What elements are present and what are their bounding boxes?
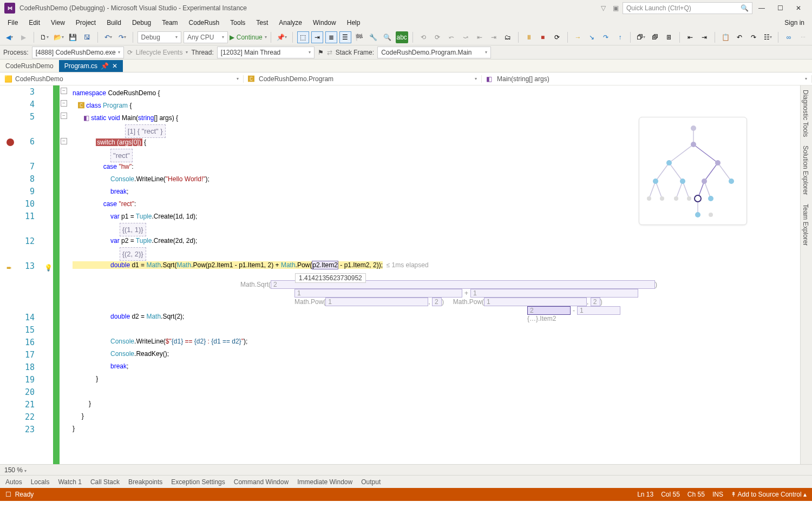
side-diagnostic[interactable]: Diagnostic Tools xyxy=(801,85,810,141)
menu-help[interactable]: Help xyxy=(343,17,365,28)
outline-toggle[interactable]: − xyxy=(61,113,67,119)
lightbulb-icon[interactable]: 💡 xyxy=(44,264,53,272)
tb-icon-15[interactable]: ∞ xyxy=(783,31,795,43)
tb-toggle-2[interactable]: ⇥ xyxy=(311,31,323,43)
sign-in-link[interactable]: Sign in xyxy=(780,17,809,28)
menu-build[interactable]: Build xyxy=(102,17,126,28)
outline-toggle[interactable]: − xyxy=(61,100,67,107)
side-team[interactable]: Team Explorer xyxy=(801,200,810,250)
tb-icon-10[interactable]: ⇥ xyxy=(698,31,710,43)
open-file-button[interactable]: 📂▾ xyxy=(53,31,65,43)
nav-class[interactable]: 🅲CodeRushDemo.Program▾ xyxy=(244,75,482,83)
tab-immediate[interactable]: Immediate Window xyxy=(297,478,352,486)
menu-coderush[interactable]: CodeRush xyxy=(185,17,224,28)
show-next-stmt-button[interactable]: → xyxy=(572,31,584,43)
save-all-button[interactable]: 🖫 xyxy=(81,31,93,43)
tab-breakpoints[interactable]: Breakpoints xyxy=(128,478,162,486)
maximize-button[interactable]: ☐ xyxy=(771,2,789,14)
source-control[interactable]: ↟ Add to Source Control ▴ xyxy=(731,491,807,498)
config-combo[interactable]: Debug▾ xyxy=(137,31,182,43)
flag-icon[interactable]: ⚑ xyxy=(318,49,324,56)
quick-launch-input[interactable]: Quick Launch (Ctrl+Q)🔍 xyxy=(623,2,752,14)
undo-button[interactable]: ↶▾ xyxy=(102,31,114,43)
stack-combo[interactable]: CodeRushDemo.Program.Main▾ xyxy=(377,47,491,58)
continue-button[interactable]: ▶ Continue ▾ xyxy=(230,31,266,43)
new-project-button[interactable]: 🗋▾ xyxy=(38,31,50,43)
menu-project[interactable]: Project xyxy=(71,17,100,28)
notification-icon[interactable]: ▽ xyxy=(601,4,608,12)
process-combo[interactable]: [4888] CodeRushDemo.exe▾ xyxy=(32,47,124,58)
tb-icon-3[interactable]: 🔧 xyxy=(368,31,379,43)
step-into-button[interactable]: ↘ xyxy=(586,31,598,43)
tb-icon-1[interactable]: 📌▾ xyxy=(276,31,288,43)
menu-window[interactable]: Window xyxy=(309,17,340,28)
tab-exception[interactable]: Exception Settings xyxy=(171,478,225,486)
break-all-button[interactable]: ⏸ xyxy=(523,31,535,43)
restart-button[interactable]: ⟳ xyxy=(551,31,563,43)
tb-icon-2[interactable]: 🏁 xyxy=(353,31,365,43)
svg-point-15 xyxy=(691,142,696,147)
menu-analyze[interactable]: Analyze xyxy=(274,17,306,28)
tb-icon-14[interactable]: ☷▾ xyxy=(762,31,774,43)
tb-toggle-3[interactable]: ≣ xyxy=(325,31,337,43)
menu-edit[interactable]: Edit xyxy=(24,17,44,28)
close-button[interactable]: ✕ xyxy=(789,2,808,14)
tb-icon-8[interactable]: 🗏 xyxy=(663,31,675,43)
tb-toggle-1[interactable]: ⬚ xyxy=(297,31,309,43)
tb-icon-5[interactable]: 🗂 xyxy=(502,31,514,43)
tb-icon-13[interactable]: ↷ xyxy=(748,31,759,43)
nav-fwd-button[interactable]: ▶ xyxy=(17,31,29,43)
redo-button[interactable]: ↷▾ xyxy=(116,31,128,43)
menu-team[interactable]: Team xyxy=(158,17,182,28)
tb-icon-12[interactable]: ↶ xyxy=(734,31,745,43)
tb-icon-4[interactable]: 🔍 xyxy=(382,31,394,43)
tb-dis-5: ⇤ xyxy=(474,31,486,43)
step-over-button[interactable]: ↷ xyxy=(600,31,612,43)
menu-debug[interactable]: Debug xyxy=(128,17,155,28)
nav-project[interactable]: 🟨CodeRushDemo▾ xyxy=(0,75,244,83)
tab-command[interactable]: Command Window xyxy=(234,478,289,486)
menu-test[interactable]: Test xyxy=(252,17,272,28)
tab-output[interactable]: Output xyxy=(361,478,381,486)
nav-method[interactable]: ◧Main(string[] args)▾ xyxy=(482,75,812,83)
code-editor[interactable]: − − − − ➨ 💡 3 4 5 6 7 8 9 10 11 12 13 14… xyxy=(0,85,812,464)
tab-watch[interactable]: Watch 1 xyxy=(58,478,82,486)
tb-dis-3: ⤺ xyxy=(446,31,457,43)
svg-line-5 xyxy=(704,163,718,181)
pin-icon[interactable]: 📌 xyxy=(101,62,109,70)
continue-label: Continue xyxy=(237,34,263,41)
tab-locals[interactable]: Locals xyxy=(31,478,50,486)
step-out-button[interactable]: ↑ xyxy=(614,31,626,43)
tab-autos[interactable]: Autos xyxy=(5,478,22,486)
feedback-icon[interactable]: ▣ xyxy=(613,4,620,12)
tab-coderushdemo[interactable]: CodeRushDemo xyxy=(0,60,59,72)
menu-file[interactable]: File xyxy=(3,17,22,28)
menu-view[interactable]: View xyxy=(47,17,69,28)
svg-point-29 xyxy=(709,213,713,217)
outline-toggle[interactable]: − xyxy=(61,88,67,94)
tb-icon-6[interactable]: 🗇▾ xyxy=(635,31,647,43)
nav-back-button[interactable]: ◀▾ xyxy=(3,31,15,43)
tab-programcs[interactable]: Program.cs📌✕ xyxy=(59,60,123,72)
side-solution[interactable]: Solution Explorer xyxy=(801,141,810,199)
minimize-button[interactable]: — xyxy=(752,2,771,14)
menu-tools[interactable]: Tools xyxy=(226,17,250,28)
line-number: 11 xyxy=(0,212,35,221)
tb-toggle-4[interactable]: ☰ xyxy=(339,31,351,43)
stop-debug-button[interactable]: ■ xyxy=(537,31,549,43)
close-tab-icon[interactable]: ✕ xyxy=(112,62,117,70)
tb-icon-9[interactable]: ⇤ xyxy=(684,31,696,43)
platform-combo[interactable]: Any CPU▾ xyxy=(184,31,228,43)
status-bar: ☐ Ready Ln 13 Col 55 Ch 55 INS ↟ Add to … xyxy=(0,488,812,501)
tab-callstack[interactable]: Call Stack xyxy=(90,478,120,486)
status-line: Ln 13 xyxy=(637,491,653,498)
tb-icon-abc[interactable]: abc xyxy=(396,31,408,43)
save-button[interactable]: 💾 xyxy=(67,31,79,43)
thread-combo[interactable]: [12032] Main Thread▾ xyxy=(217,47,315,58)
tb-dis-6: ⇥ xyxy=(488,31,500,43)
tb-icon-11[interactable]: 📋 xyxy=(719,31,731,43)
tb-icon-7[interactable]: 🗊 xyxy=(649,31,661,43)
zoom-combo[interactable]: 150 % ▾ xyxy=(4,466,27,474)
tb-overflow[interactable]: ⋯ xyxy=(797,31,809,43)
outline-toggle[interactable]: − xyxy=(61,138,67,144)
